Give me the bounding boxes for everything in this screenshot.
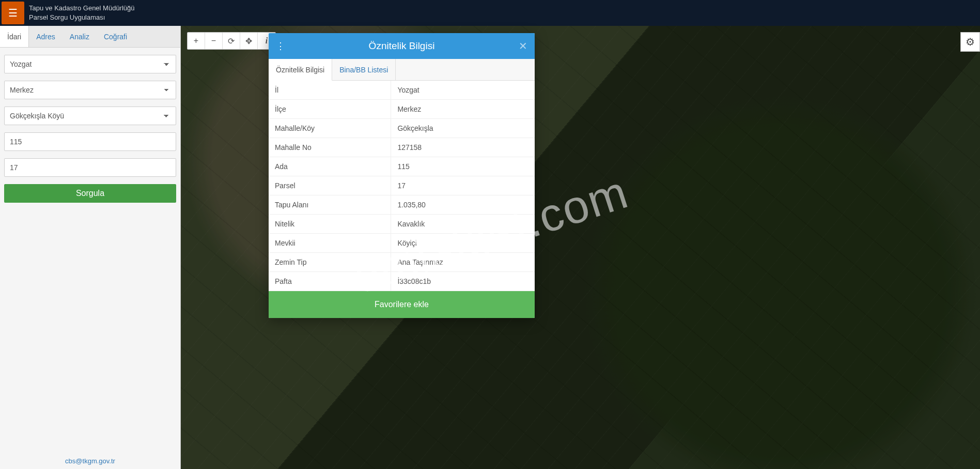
block-input[interactable] bbox=[4, 132, 176, 151]
refresh-button[interactable]: ⟳ bbox=[223, 33, 240, 49]
app-subtitle: Parsel Sorgu Uygulaması bbox=[29, 13, 135, 22]
add-favorite-button[interactable]: Favorilere ekle bbox=[269, 291, 535, 318]
locate-button[interactable]: ✥ bbox=[240, 33, 258, 49]
attr-key: Mahalle No bbox=[269, 138, 391, 157]
attr-value: Gökçekışla bbox=[391, 119, 535, 138]
table-row: MevkiiKöyiçi bbox=[269, 234, 535, 253]
footer-contact[interactable]: cbs@tkgm.gov.tr bbox=[0, 457, 180, 465]
attr-value: 1.035,80 bbox=[391, 195, 535, 215]
attr-value: 127158 bbox=[391, 138, 535, 157]
attribute-table: İlYozgatİlçeMerkezMahalle/KöyGökçekışlaM… bbox=[269, 81, 535, 291]
district-select[interactable]: Merkez bbox=[4, 81, 176, 99]
attr-key: Mevkii bbox=[269, 234, 391, 253]
attr-value: 17 bbox=[391, 176, 535, 195]
table-row: Tapu Alanı1.035,80 bbox=[269, 195, 535, 215]
minus-icon: − bbox=[211, 36, 216, 46]
attr-key: Tapu Alanı bbox=[269, 195, 391, 215]
modal-tabs: Öznitelik Bilgisi Bina/BB Listesi bbox=[269, 59, 535, 81]
attr-key: Zemin Tip bbox=[269, 253, 391, 272]
locate-icon: ✥ bbox=[245, 36, 252, 46]
sidebar: İdari Adres Analiz Coğrafi Yozgat Merkez… bbox=[0, 26, 181, 469]
table-row: Mahalle/KöyGökçekışla bbox=[269, 119, 535, 138]
table-row: İlYozgat bbox=[269, 81, 535, 100]
table-row: Parsel17 bbox=[269, 176, 535, 195]
modal-menu-button[interactable]: ⋮ bbox=[276, 33, 285, 59]
refresh-icon: ⟳ bbox=[228, 36, 235, 46]
sidebar-body: Yozgat Merkez Gökçekışla Köyü Sorgula bbox=[0, 48, 180, 469]
sidebar-tabs: İdari Adres Analiz Coğrafi bbox=[0, 26, 180, 48]
modal-header[interactable]: ⋮ Öznitelik Bilgisi ✕ bbox=[269, 33, 535, 59]
attribute-modal: ⋮ Öznitelik Bilgisi ✕ Öznitelik Bilgisi … bbox=[269, 33, 535, 318]
org-title: Tapu ve Kadastro Genel Müdürlüğü bbox=[29, 4, 135, 13]
modal-tab-attributes[interactable]: Öznitelik Bilgisi bbox=[269, 59, 332, 81]
table-row: Zemin TipAna Taşınmaz bbox=[269, 253, 535, 272]
attr-value: İ33c08c1b bbox=[391, 272, 535, 291]
attr-value: Merkez bbox=[391, 100, 535, 119]
attr-key: Mahalle/Köy bbox=[269, 119, 391, 138]
attr-key: Nitelik bbox=[269, 215, 391, 234]
table-row: Mahalle No127158 bbox=[269, 138, 535, 157]
close-icon: ✕ bbox=[519, 40, 527, 52]
attr-key: Parsel bbox=[269, 176, 391, 195]
tab-cografi[interactable]: Coğrafi bbox=[97, 26, 134, 47]
info-icon: i bbox=[266, 36, 268, 46]
parcel-input[interactable] bbox=[4, 158, 176, 177]
zoom-in-button[interactable]: + bbox=[188, 33, 205, 49]
attr-value: Ana Taşınmaz bbox=[391, 253, 535, 272]
table-row: Ada115 bbox=[269, 157, 535, 176]
attr-key: Ada bbox=[269, 157, 391, 176]
table-row: NitelikKavaklık bbox=[269, 215, 535, 234]
modal-close-button[interactable]: ✕ bbox=[519, 33, 527, 59]
attr-key: Pafta bbox=[269, 272, 391, 291]
attr-value: Kavaklık bbox=[391, 215, 535, 234]
zoom-out-button[interactable]: − bbox=[205, 33, 223, 49]
kebab-icon: ⋮ bbox=[276, 40, 285, 52]
attr-value: 115 bbox=[391, 157, 535, 176]
hamburger-menu-button[interactable]: ☰ bbox=[2, 2, 24, 24]
attr-value: Yozgat bbox=[391, 81, 535, 100]
village-select[interactable]: Gökçekışla Köyü bbox=[4, 107, 176, 125]
attr-key: İl bbox=[269, 81, 391, 100]
province-select[interactable]: Yozgat bbox=[4, 55, 176, 73]
query-button[interactable]: Sorgula bbox=[4, 184, 176, 203]
modal-title: Öznitelik Bilgisi bbox=[369, 40, 435, 52]
tab-analiz[interactable]: Analiz bbox=[63, 26, 97, 47]
settings-button[interactable]: ⚙ bbox=[960, 32, 980, 52]
tab-adres[interactable]: Adres bbox=[29, 26, 63, 47]
gear-icon: ⚙ bbox=[966, 36, 975, 48]
top-bar: ☰ Tapu ve Kadastro Genel Müdürlüğü Parse… bbox=[0, 0, 980, 26]
tab-idari[interactable]: İdari bbox=[0, 26, 29, 47]
table-row: İlçeMerkez bbox=[269, 100, 535, 119]
map-toolbar: + − ⟳ ✥ i bbox=[187, 32, 276, 50]
app-title-block: Tapu ve Kadastro Genel Müdürlüğü Parsel … bbox=[29, 4, 135, 22]
modal-tab-buildings[interactable]: Bina/BB Listesi bbox=[332, 59, 396, 80]
attr-key: İlçe bbox=[269, 100, 391, 119]
attr-value: Köyiçi bbox=[391, 234, 535, 253]
table-row: Paftaİ33c08c1b bbox=[269, 272, 535, 291]
hamburger-icon: ☰ bbox=[8, 7, 18, 19]
plus-icon: + bbox=[194, 36, 198, 46]
